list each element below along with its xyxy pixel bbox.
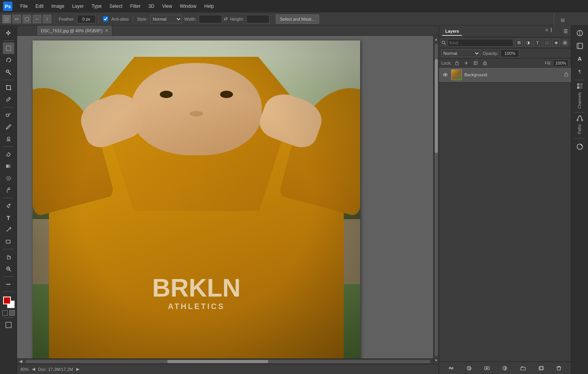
status-arrow-right[interactable]: ▶ <box>76 367 79 372</box>
stamp-tool[interactable] <box>3 133 14 145</box>
hand-tool[interactable] <box>3 251 14 263</box>
elliptical-marquee-btn[interactable]: ◯ <box>23 15 31 23</box>
scrollbar-thumb-h[interactable] <box>167 360 268 363</box>
lock-pixels-btn[interactable] <box>453 59 461 67</box>
menu-filter[interactable]: Filter <box>127 2 144 11</box>
extra-tools[interactable]: ••• <box>3 278 14 290</box>
add-style-btn[interactable]: fx <box>465 364 473 372</box>
anti-alias-checkbox[interactable] <box>103 16 108 21</box>
vertical-scrollbar[interactable]: ▲ ▼ <box>433 36 439 364</box>
close-tab-icon[interactable]: ✕ <box>105 28 108 33</box>
libraries-icon[interactable] <box>574 40 586 52</box>
layers-panel-header: Layers ☰ ≡ ⟩ <box>439 26 571 37</box>
properties-icon[interactable] <box>574 27 586 39</box>
gradient-tool[interactable] <box>3 160 14 172</box>
dodge-tool[interactable] <box>3 184 14 196</box>
panel-collapse-btn[interactable] <box>554 13 571 26</box>
right-sidebar-sep-2 <box>575 112 585 112</box>
paths-panel-icon[interactable] <box>574 114 586 121</box>
filter-text-icon[interactable]: T <box>534 39 541 47</box>
menu-image[interactable]: Image <box>48 2 67 11</box>
screen-mode-btn[interactable] <box>3 319 14 331</box>
shape-tool[interactable] <box>3 236 14 248</box>
delete-layer-btn[interactable] <box>555 364 563 372</box>
scroll-down-arrow[interactable]: ▼ <box>434 357 439 364</box>
width-input[interactable] <box>199 15 222 23</box>
foreground-color[interactable] <box>3 297 11 304</box>
rect-marquee-btn[interactable]: □ <box>2 15 11 23</box>
patch-tool[interactable] <box>3 109 14 121</box>
menu-file[interactable]: File <box>17 2 31 11</box>
group-layers-btn[interactable] <box>519 364 527 372</box>
scroll-left-arrow[interactable]: ◀ <box>17 359 24 364</box>
pen-tool[interactable] <box>3 200 14 211</box>
svg-rect-40 <box>557 367 560 370</box>
filter-pixel-icon[interactable]: ⊞ <box>515 39 523 47</box>
col-marquee-btn[interactable]: | <box>43 15 51 23</box>
zoom-tool[interactable] <box>3 263 14 275</box>
brush-tool[interactable] <box>3 121 14 133</box>
select-and-mask-button[interactable]: Select and Mask... <box>276 14 320 24</box>
lock-all-btn[interactable] <box>481 59 489 67</box>
character-style-icon[interactable]: A <box>574 53 586 65</box>
rounded-rect-marquee-btn[interactable]: ▭ <box>12 15 21 23</box>
text-tool[interactable]: T <box>3 212 14 223</box>
filter-shape-icon[interactable]: □ <box>543 39 551 47</box>
blend-mode-select[interactable]: Normal Multiply Screen <box>441 49 480 57</box>
height-input[interactable] <box>246 15 270 23</box>
lock-artboard-btn[interactable] <box>472 59 480 67</box>
quick-mask-icon[interactable] <box>2 310 8 316</box>
move-tool[interactable]: ✜ <box>3 27 14 39</box>
style-label: Style: <box>137 17 148 21</box>
eraser-tool[interactable] <box>3 148 14 160</box>
panel-expand-icon[interactable]: ⟩ <box>550 27 552 33</box>
menu-window[interactable]: Window <box>177 2 200 11</box>
adjustments-icon[interactable] <box>574 141 586 153</box>
link-layers-btn[interactable] <box>447 364 455 372</box>
document-tab[interactable]: DSC_7632.jpg @ 40% (RGB/8*) ✕ <box>37 26 112 35</box>
menu-help[interactable]: Help <box>201 2 217 11</box>
lock-position-btn[interactable] <box>462 59 470 67</box>
panel-collapse-icon[interactable]: ≡ <box>545 27 548 33</box>
row-marquee-btn[interactable]: — <box>33 15 41 23</box>
layers-tab[interactable]: Layers <box>442 27 462 36</box>
menu-3d[interactable]: 3D <box>145 2 157 11</box>
layers-panel-menu[interactable]: ☰ <box>564 29 568 34</box>
layer-visibility-icon[interactable] <box>442 71 449 78</box>
fill-input[interactable] <box>553 60 569 67</box>
add-mask-btn[interactable] <box>483 364 491 372</box>
filter-toggle-icon[interactable] <box>562 39 569 46</box>
status-arrow-left[interactable]: ◀ <box>32 367 35 372</box>
filter-smart-icon[interactable]: ◈ <box>552 39 560 47</box>
filter-adjustment-icon[interactable]: ◑ <box>524 39 532 47</box>
horizontal-scrollbar[interactable]: ◀ ▶ <box>17 358 439 364</box>
crop-tool[interactable] <box>3 82 14 93</box>
paths-label[interactable]: Paths <box>578 124 582 134</box>
marquee-tool[interactable] <box>3 42 14 54</box>
menu-select[interactable]: Select <box>106 2 125 11</box>
svg-rect-53 <box>580 86 583 89</box>
standard-mode-icon[interactable] <box>9 310 15 316</box>
scrollbar-thumb-v[interactable] <box>435 59 438 153</box>
menu-edit[interactable]: Edit <box>32 2 47 11</box>
blur-tool[interactable] <box>3 172 14 184</box>
menu-layer[interactable]: Layer <box>69 2 87 11</box>
eyedropper-tool[interactable] <box>3 94 14 105</box>
scroll-up-arrow[interactable]: ▲ <box>434 36 439 43</box>
background-layer[interactable]: Background <box>439 68 571 82</box>
menu-type[interactable]: Type <box>88 2 105 11</box>
adjustment-layer-btn[interactable] <box>500 364 509 372</box>
layers-search-input[interactable] <box>448 39 513 47</box>
new-layer-btn[interactable] <box>537 364 545 372</box>
magic-wand-tool[interactable] <box>3 67 14 78</box>
path-select-tool[interactable] <box>3 224 14 235</box>
channels-panel-icon[interactable] <box>574 83 586 90</box>
feather-input[interactable] <box>77 15 96 23</box>
paragraph-style-icon[interactable]: ¶ <box>574 66 586 77</box>
channels-label[interactable]: Channels <box>578 92 582 109</box>
menu-view[interactable]: View <box>159 2 175 11</box>
style-select[interactable]: Normal Fixed Ratio Fixed Size <box>150 15 182 23</box>
opacity-input[interactable] <box>500 49 519 57</box>
lasso-tool[interactable] <box>3 54 14 66</box>
swap-wh-icon[interactable]: ⇄ <box>224 16 228 22</box>
